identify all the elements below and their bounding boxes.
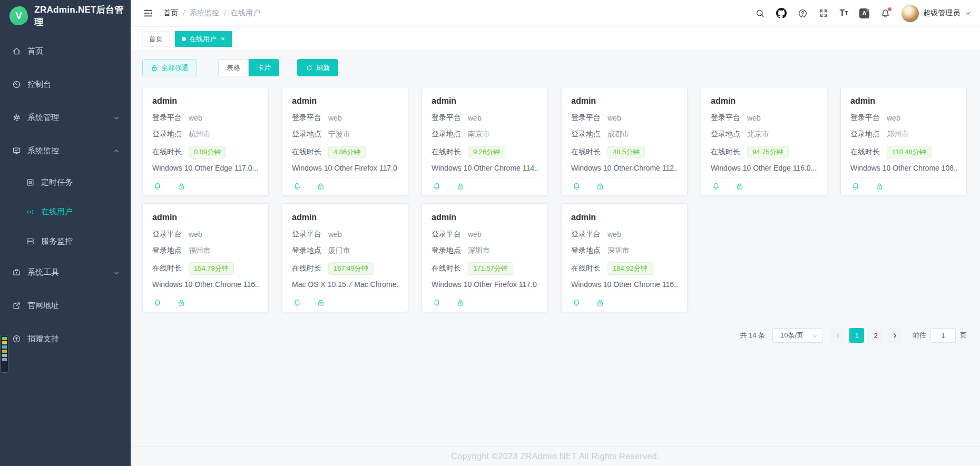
duration-badge: 94.75分钟	[747, 146, 789, 158]
lock-icon[interactable]	[596, 299, 604, 307]
user-agent-text: Windows 10 Other Chrome 108....	[850, 164, 957, 172]
location-value: 福州市	[189, 246, 211, 255]
platform-value: web	[607, 114, 621, 122]
duration-label: 在线时长	[292, 147, 321, 157]
card-actions	[152, 294, 259, 307]
language-icon[interactable]: A文	[859, 8, 869, 18]
close-icon[interactable]: ×	[221, 35, 225, 43]
bell-icon[interactable]	[153, 182, 162, 191]
search-icon[interactable]	[755, 8, 765, 18]
font-size-icon[interactable]: TT	[839, 9, 848, 17]
lock-icon[interactable]	[875, 182, 884, 191]
sidebar-item-service-monitor[interactable]: 服务监控	[0, 226, 131, 256]
sidebar-fold-icon[interactable]	[141, 6, 155, 20]
duration-label: 在线时长	[152, 264, 182, 273]
avatar[interactable]	[901, 5, 919, 22]
card-username: admin	[292, 96, 398, 106]
breadcrumb-monitor[interactable]: 系统监控	[190, 8, 219, 18]
bell-icon[interactable]	[153, 299, 162, 307]
lock-icon[interactable]	[177, 299, 185, 307]
help-icon[interactable]	[798, 8, 808, 18]
platform-value: web	[468, 230, 482, 239]
sidebar-item-donate[interactable]: 捐赠支持	[0, 322, 131, 355]
app-logo-icon: V	[9, 6, 28, 25]
online-user-card: admin登录平台web登录地点厦门市在线时长167.49分钟Mac OS X …	[282, 203, 408, 312]
platform-label: 登录平台	[432, 113, 461, 123]
location-label: 登录地点	[850, 130, 880, 139]
platform-label: 登录平台	[152, 113, 182, 123]
location-label: 登录地点	[571, 246, 601, 255]
lock-icon[interactable]	[596, 182, 604, 191]
lock-icon[interactable]	[736, 182, 744, 191]
sidebar-item-scheduled-tasks[interactable]: 定时任务	[0, 167, 131, 197]
card-actions	[432, 177, 538, 191]
duration-badge: 0.09分钟	[189, 146, 226, 158]
sidebar-item-online-users[interactable]: 在线用户	[0, 197, 131, 226]
view-table-button[interactable]: 表格	[218, 59, 249, 76]
bell-icon[interactable]	[433, 299, 441, 307]
page-button-1[interactable]: 1	[849, 328, 864, 343]
breadcrumb-home[interactable]: 首页	[163, 8, 178, 18]
page-size-select[interactable]: 10条/页	[772, 328, 823, 343]
card-actions	[432, 294, 538, 307]
pager: 12	[830, 328, 902, 343]
bell-icon[interactable]	[293, 299, 301, 307]
location-value: 郑州市	[887, 130, 909, 139]
force-logout-all-button[interactable]: 全部强退	[142, 59, 197, 76]
lock-icon[interactable]	[317, 299, 325, 307]
sidebar-item-console[interactable]: 控制台	[0, 68, 131, 101]
bell-icon[interactable]	[712, 182, 720, 191]
duration-badge: 4.86分钟	[328, 146, 366, 158]
bell-icon[interactable]	[572, 182, 581, 191]
chevron-down-icon	[113, 269, 120, 276]
sidebar-item-website[interactable]: 官网地址	[0, 289, 131, 322]
goto-page-input[interactable]	[930, 328, 956, 343]
github-icon[interactable]	[776, 8, 787, 18]
user-agent-text: Mac OS X 10.15.7 Mac Chrome...	[292, 280, 398, 289]
lock-icon[interactable]	[456, 182, 465, 191]
prev-page-button[interactable]	[830, 328, 845, 343]
bell-icon[interactable]	[851, 182, 860, 191]
logo-row[interactable]: V ZRAdmin.NET后台管理	[0, 0, 131, 32]
tag-label: 在线用户	[189, 34, 217, 44]
duration-badge: 110.48分钟	[887, 146, 932, 158]
sidebar-item-system-monitor[interactable]: 系统监控	[0, 134, 131, 167]
user-agent-text: Windows 10 Other Chrome 112....	[571, 164, 678, 172]
lock-icon[interactable]	[317, 182, 325, 191]
lock-icon[interactable]	[177, 182, 185, 191]
duration-label: 在线时长	[292, 264, 321, 273]
tag-item[interactable]: 首页	[142, 31, 170, 47]
sidebar-item-label: 控制台	[27, 80, 120, 90]
task-icon	[25, 177, 35, 187]
card-actions	[292, 294, 398, 307]
next-page-button[interactable]	[887, 328, 902, 343]
bell-icon[interactable]	[293, 182, 301, 191]
sidebar-item-label: 系统工具	[27, 267, 113, 277]
lock-icon[interactable]	[456, 299, 465, 307]
user-agent-text: Windows 10 Other Chrome 116....	[571, 280, 678, 289]
page-button-2[interactable]: 2	[868, 328, 883, 343]
sidebar-item-label: 定时任务	[41, 177, 120, 187]
platform-label: 登录平台	[152, 230, 182, 239]
user-menu[interactable]: 超级管理员	[901, 5, 972, 22]
tag-active[interactable]: 在线用户×	[175, 31, 232, 47]
devtools-widget[interactable]	[1, 335, 8, 373]
fullscreen-icon[interactable]	[819, 8, 828, 18]
pagination: 共 14 条 10条/页 12 前往	[142, 328, 967, 343]
chevron-down-icon	[811, 332, 818, 339]
sidebar-item-home[interactable]: 首页	[0, 35, 131, 68]
toolbar: 全部强退 表格 卡片 刷新	[142, 59, 967, 76]
dashboard-icon	[12, 80, 21, 90]
home-icon	[12, 47, 21, 56]
user-agent-text: Windows 10 Other Edge 116.0....	[711, 164, 817, 172]
view-card-button[interactable]: 卡片	[249, 59, 279, 76]
refresh-button[interactable]: 刷新	[297, 59, 338, 76]
bell-icon[interactable]	[880, 8, 890, 18]
view-toggle: 表格 卡片	[218, 59, 279, 76]
sidebar-item-system-tools[interactable]: 系统工具	[0, 256, 131, 289]
bell-icon[interactable]	[433, 182, 441, 191]
card-actions	[292, 177, 398, 191]
sidebar-item-system-manage[interactable]: 系统管理	[0, 101, 131, 134]
sidebar-item-label: 捐赠支持	[27, 334, 120, 344]
bell-icon[interactable]	[572, 299, 581, 307]
